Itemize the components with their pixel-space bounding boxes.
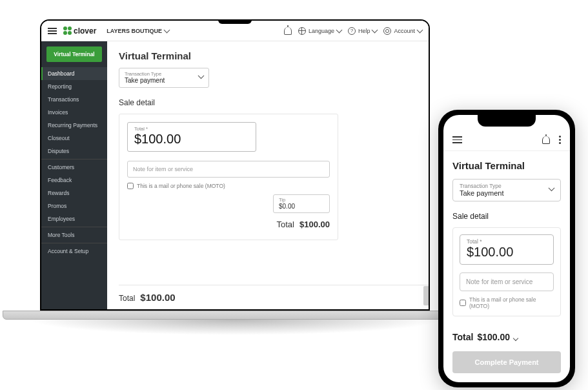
sidebar-item-account-setup[interactable]: Account & Setup: [41, 245, 107, 258]
language-menu[interactable]: Language: [298, 27, 341, 35]
phone-mockup: Virtual Terminal Transaction Type Take p…: [438, 110, 575, 387]
sidebar-item-disputes[interactable]: Disputes: [41, 145, 107, 158]
sidebar-item-invoices[interactable]: Invoices: [41, 106, 107, 119]
moto-checkbox-input[interactable]: [460, 300, 466, 306]
sidebar: Virtual Terminal DashboardReportingTrans…: [41, 41, 107, 309]
chevron-down-icon: [513, 336, 518, 341]
virtual-terminal-button[interactable]: Virtual Terminal: [46, 46, 102, 62]
sidebar-item-more-tools[interactable]: More Tools: [41, 229, 107, 241]
sidebar-item-closeout[interactable]: Closeout: [41, 132, 107, 145]
notifications-button[interactable]: [284, 27, 292, 35]
desktop-app: clover LAYERS BOUTIQUE Language ?Help Ac…: [41, 21, 429, 309]
transaction-type-select[interactable]: Transaction Type Take payment: [452, 179, 561, 201]
laptop-camera-notch: [218, 19, 252, 24]
bell-icon: [284, 27, 292, 35]
account-menu[interactable]: Account: [383, 27, 422, 35]
sidebar-item-transactions[interactable]: Transactions: [41, 93, 107, 106]
clover-icon: [63, 26, 72, 35]
more-icon[interactable]: [559, 136, 561, 144]
sale-detail-heading: Sale detail: [452, 212, 561, 221]
chevron-down-icon: [336, 26, 343, 33]
globe-icon: [298, 27, 306, 35]
laptop-base: [3, 311, 467, 339]
sale-detail-heading: Sale detail: [119, 98, 417, 107]
laptop-screen: clover LAYERS BOUTIQUE Language ?Help Ac…: [40, 19, 430, 311]
note-input[interactable]: Note for item or service: [460, 272, 554, 291]
next-button-edge[interactable]: [423, 286, 429, 305]
help-menu[interactable]: ?Help: [348, 27, 378, 35]
merchant-switcher[interactable]: LAYERS BOUTIQUE: [106, 28, 169, 34]
merchant-name: LAYERS BOUTIQUE: [106, 28, 162, 34]
tip-input[interactable]: Tip $0.00: [273, 194, 330, 213]
complete-payment-button[interactable]: Complete Payment: [452, 351, 561, 373]
transaction-type-select[interactable]: Transaction Type Take payment: [119, 68, 209, 88]
footer-total-bar: Total $100.00: [119, 285, 429, 309]
amount-input[interactable]: Total * $100.00: [127, 122, 256, 152]
sidebar-item-recurring-payments[interactable]: Recurring Payments: [41, 119, 107, 132]
sidebar-item-promos[interactable]: Promos: [41, 200, 107, 212]
phone-notch: [478, 115, 536, 127]
mobile-app: Virtual Terminal Transaction Type Take p…: [443, 115, 570, 382]
sidebar-item-reporting[interactable]: Reporting: [41, 80, 107, 93]
moto-checkbox-input[interactable]: [127, 183, 134, 189]
menu-icon[interactable]: [452, 136, 462, 143]
mobile-topbar: [443, 132, 570, 151]
footer-total-bar[interactable]: Total $100.00: [443, 325, 570, 349]
chevron-down-icon: [164, 26, 170, 33]
sidebar-divider: [41, 243, 107, 243]
sidebar-item-feedback[interactable]: Feedback: [41, 174, 107, 187]
sidebar-item-dashboard[interactable]: Dashboard: [41, 67, 107, 80]
brand-name: clover: [74, 26, 96, 36]
sidebar-item-rewards[interactable]: Rewards: [41, 187, 107, 200]
help-icon: ?: [348, 27, 356, 35]
sale-detail-card: Total * $100.00 Note for item or service…: [119, 114, 338, 240]
amount-input[interactable]: Total * $100.00: [460, 234, 554, 265]
laptop-mockup: clover LAYERS BOUTIQUE Language ?Help Ac…: [3, 0, 467, 339]
moto-checkbox[interactable]: This is a mail or phone sale (MOTO): [460, 296, 554, 309]
note-input[interactable]: Note for item or service: [127, 161, 330, 178]
sidebar-divider: [41, 159, 107, 159]
sidebar-item-customers[interactable]: Customers: [41, 161, 107, 174]
sidebar-divider: [41, 227, 107, 227]
gear-icon: [383, 27, 391, 35]
main-panel: Virtual Terminal Transaction Type Take p…: [107, 41, 429, 309]
page-title: Virtual Terminal: [452, 160, 561, 171]
chevron-down-icon: [417, 26, 423, 33]
menu-icon[interactable]: [48, 28, 57, 34]
sidebar-item-employees[interactable]: Employees: [41, 212, 107, 225]
sale-detail-card: Total * $100.00 Note for item or service…: [452, 227, 561, 316]
bell-icon[interactable]: [542, 136, 550, 144]
moto-checkbox[interactable]: This is a mail or phone sale (MOTO): [127, 183, 330, 189]
brand-logo[interactable]: clover: [63, 26, 96, 36]
chevron-down-icon: [372, 26, 378, 33]
subtotal-row: Total $100.00: [127, 220, 330, 229]
page-title: Virtual Terminal: [119, 50, 417, 61]
